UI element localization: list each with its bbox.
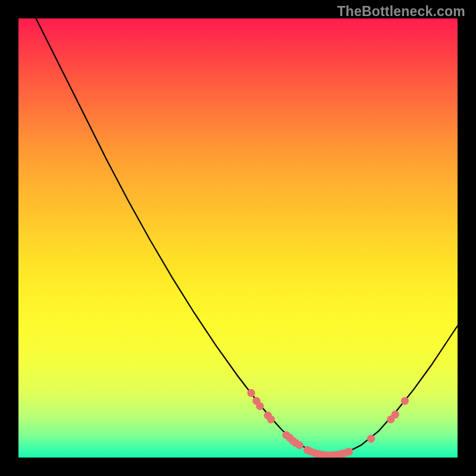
plot-area	[18, 18, 458, 458]
watermark-text: TheBottleneck.com	[337, 4, 465, 20]
chart-frame: TheBottleneck.com	[0, 0, 476, 476]
gradient-bg	[18, 18, 458, 458]
